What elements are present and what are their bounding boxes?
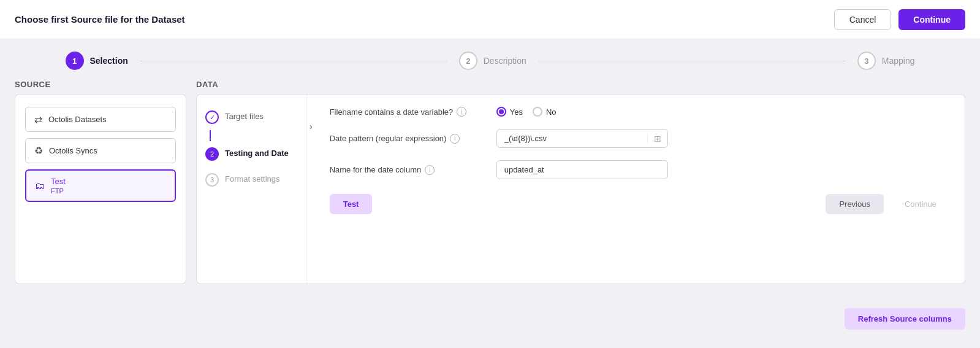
date-pattern-input-wrap: ⊞ xyxy=(496,129,668,148)
substep-format-settings: 3 Format settings xyxy=(197,167,306,193)
continue-top-button[interactable]: Continue xyxy=(898,9,965,30)
action-row: Test Previous Continue xyxy=(330,194,950,214)
data-content: Filename contains a date variable? i Yes… xyxy=(315,95,965,284)
substep-3-circle: 3 xyxy=(205,173,219,187)
radio-yes-label: Yes xyxy=(510,107,523,117)
date-column-name-label: Name for the date column i xyxy=(330,165,489,175)
substep-testing-date: 2 Testing and Date xyxy=(197,141,306,167)
substep-sidebar: ✓ Target files 2 Testing and Date 3 Form… xyxy=(197,95,307,284)
source-btn-octolis-syncs[interactable]: ♻ Octolis Syncs xyxy=(25,138,176,163)
stepper: 1 Selection 2 Description 3 Mapping xyxy=(0,39,980,80)
previous-button[interactable]: Previous xyxy=(826,194,884,214)
refresh-source-columns-button[interactable]: Refresh Source columns xyxy=(845,308,965,330)
substep-target-files: ✓ Target files xyxy=(197,104,306,130)
substep-1-label: Target files xyxy=(225,110,264,121)
date-pattern-edit-icon[interactable]: ⊞ xyxy=(647,134,667,144)
substep-expand-arrow[interactable]: › xyxy=(307,95,315,284)
step-1: 1 Selection xyxy=(66,52,128,70)
page-title: Choose first Source file for the Dataset xyxy=(15,14,185,25)
ftp-icon: 🗂 xyxy=(35,180,45,191)
date-pattern-info-icon[interactable]: i xyxy=(450,134,460,144)
date-pattern-input[interactable] xyxy=(497,130,647,147)
radio-yes-dot xyxy=(496,107,506,117)
source-box: ⇄ Octolis Datasets ♻ Octolis Syncs 🗂 Tes… xyxy=(15,94,186,284)
date-column-info-icon[interactable]: i xyxy=(425,165,435,175)
data-panel: Data ✓ Target files 2 Testing and Date 3… xyxy=(196,80,965,339)
source-label: Source xyxy=(15,80,186,89)
radio-no[interactable]: No xyxy=(533,107,556,117)
cancel-button[interactable]: Cancel xyxy=(834,9,892,30)
refresh-btn-container: Refresh Source columns xyxy=(845,308,965,330)
date-column-input[interactable] xyxy=(496,160,668,179)
top-bar-actions: Cancel Continue xyxy=(834,9,965,30)
test-button[interactable]: Test xyxy=(330,194,373,214)
step-connector-2 xyxy=(539,61,845,61)
top-bar: Choose first Source file for the Dataset… xyxy=(0,0,980,39)
radio-yes[interactable]: Yes xyxy=(496,107,523,117)
step-1-circle: 1 xyxy=(66,52,84,70)
datasets-icon: ⇄ xyxy=(34,114,42,125)
substep-connector xyxy=(210,130,211,141)
main-content: Source ⇄ Octolis Datasets ♻ Octolis Sync… xyxy=(0,80,980,339)
filename-date-row: Filename contains a date variable? i Yes… xyxy=(330,107,950,117)
step-1-label: Selection xyxy=(90,56,128,66)
substep-2-label: Testing and Date xyxy=(225,147,289,158)
step-3-circle: 3 xyxy=(857,52,876,70)
octolis-datasets-label: Octolis Datasets xyxy=(48,115,107,124)
step-2-circle: 2 xyxy=(459,52,477,70)
substep-3-label: Format settings xyxy=(225,173,280,184)
syncs-icon: ♻ xyxy=(34,145,43,157)
step-3: 3 Mapping xyxy=(857,52,915,70)
data-box: ✓ Target files 2 Testing and Date 3 Form… xyxy=(196,94,965,284)
data-label: Data xyxy=(196,80,965,89)
filename-date-label: Filename contains a date variable? i xyxy=(330,107,489,117)
radio-no-dot xyxy=(533,107,542,117)
radio-no-label: No xyxy=(546,107,556,117)
step-2: 2 Description xyxy=(459,52,526,70)
date-pattern-row: Date pattern (regular expression) i ⊞ xyxy=(330,129,950,148)
step-connector-1 xyxy=(140,61,447,61)
substep-1-circle: ✓ xyxy=(205,110,219,124)
source-btn-test-ftp[interactable]: 🗂 Test FTP xyxy=(25,169,176,202)
source-btn-octolis-datasets[interactable]: ⇄ Octolis Datasets xyxy=(25,107,176,132)
step-2-label: Description xyxy=(484,56,526,66)
filename-date-info-icon[interactable]: i xyxy=(457,107,466,117)
test-label: Test xyxy=(51,177,66,186)
ftp-sublabel: FTP xyxy=(51,187,64,195)
continue-disabled-button: Continue xyxy=(891,194,950,214)
substep-2-circle: 2 xyxy=(205,147,219,161)
date-pattern-label: Date pattern (regular expression) i xyxy=(330,134,489,144)
date-column-name-row: Name for the date column i xyxy=(330,160,950,179)
filename-date-radio-group: Yes No xyxy=(496,107,556,117)
octolis-syncs-label: Octolis Syncs xyxy=(49,146,97,155)
step-3-label: Mapping xyxy=(882,56,915,66)
source-panel: Source ⇄ Octolis Datasets ♻ Octolis Sync… xyxy=(15,80,186,339)
